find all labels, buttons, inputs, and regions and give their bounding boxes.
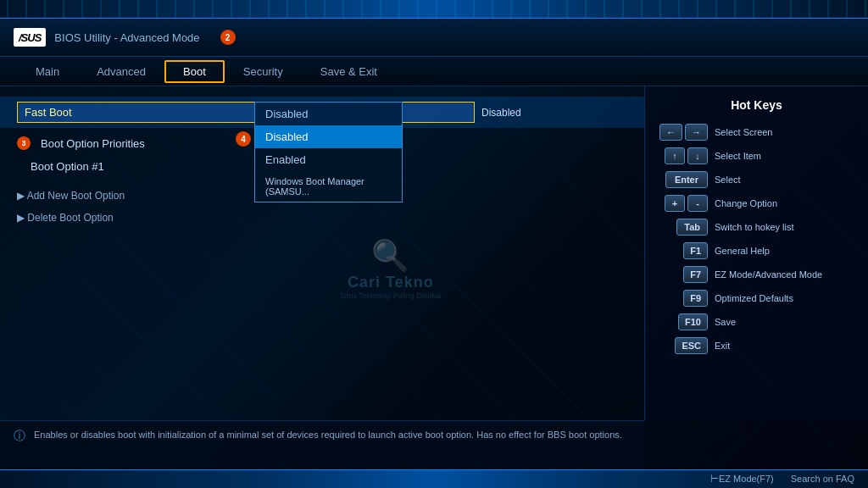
fast-boot-value: Disabled — [475, 107, 627, 119]
dropdown-item-windows[interactable]: Windows Boot Manager (SAMSU... — [255, 171, 402, 202]
hotkey-f10-label: Save — [715, 317, 856, 327]
step-4-badge: 4 — [236, 131, 251, 147]
key-tab: Tab — [676, 219, 708, 236]
hotkey-f1: F1 General Help — [645, 239, 868, 263]
status-bar: ⊢EZ Mode(F7) Search on FAQ — [0, 469, 868, 488]
hotkey-f1-keys: F1 — [657, 242, 708, 259]
key-f1: F1 — [683, 242, 708, 259]
hotkey-f7-label: EZ Mode/Advanced Mode — [715, 269, 856, 280]
key-plus: + — [665, 195, 685, 212]
key-f9: F9 — [683, 290, 708, 307]
hotkey-f10: F10 Save — [645, 310, 868, 334]
hotkey-tab-keys: Tab — [657, 219, 708, 236]
hotkeys-title: Hot Keys — [645, 95, 868, 120]
hotkey-select-screen-label: Select Screen — [715, 127, 856, 137]
asus-logo-text: /SUS — [19, 31, 41, 44]
hotkey-f9: F9 Optimized Defaults — [645, 286, 868, 310]
hotkey-esc-label: Exit — [715, 341, 856, 351]
hotkey-select: Enter Select — [645, 168, 868, 191]
asus-logo: /SUS — [14, 28, 46, 47]
key-down-arrow: ↓ — [687, 147, 708, 164]
hotkey-esc-keys: ESC — [657, 337, 708, 354]
tab-save-exit[interactable]: Save & Exit — [302, 60, 396, 83]
key-esc: ESC — [675, 337, 708, 354]
hotkey-select-item: ↑ ↓ Select Item — [645, 144, 868, 168]
info-bar: ⓘ Enables or disables boot with initiali… — [0, 420, 644, 469]
search-faq-status[interactable]: Search on FAQ — [791, 474, 854, 484]
key-enter: Enter — [665, 171, 708, 188]
tab-advanced[interactable]: Advanced — [78, 60, 164, 83]
key-left-arrow: ← — [659, 124, 682, 141]
hotkey-f10-keys: F10 — [657, 313, 708, 330]
boot-priorities-label: Boot Option Priorities — [41, 137, 145, 150]
delete-boot-option[interactable]: ▶ Delete Boot Option — [0, 207, 644, 229]
key-f10: F10 — [678, 313, 708, 330]
delete-boot-option-label: ▶ Delete Boot Option — [17, 212, 114, 224]
hotkey-select-item-label: Select Item — [715, 151, 856, 161]
tab-main[interactable]: Main — [17, 60, 78, 83]
info-icon: ⓘ — [14, 429, 25, 444]
hotkey-change-option: + - Change Option — [645, 191, 868, 215]
hotkey-tab-label: Switch to hokey list — [715, 222, 856, 232]
key-minus: - — [687, 195, 708, 212]
hotkey-f7: F7 EZ Mode/Advanced Mode — [645, 263, 868, 286]
hotkey-f7-keys: F7 — [657, 266, 708, 283]
ez-mode-status[interactable]: ⊢EZ Mode(F7) — [710, 474, 774, 485]
add-boot-option-label: ▶ Add New Boot Option — [17, 190, 125, 202]
key-f7: F7 — [683, 266, 708, 283]
header: /SUS BIOS Utility - Advanced Mode 2 — [0, 19, 868, 57]
key-up-arrow: ↑ — [665, 147, 685, 164]
hotkeys-panel: Hot Keys ← → Select Screen ↑ ↓ Select It… — [644, 86, 868, 420]
hotkey-select-item-keys: ↑ ↓ — [657, 147, 708, 164]
hotkey-f1-label: General Help — [715, 246, 856, 256]
nav-bar: Main Advanced Boot Security Save & Exit — [0, 57, 868, 86]
hotkey-tab: Tab Switch to hokey list — [645, 215, 868, 239]
info-text: Enables or disables boot with initializa… — [34, 428, 622, 442]
step-3-badge: 3 — [17, 136, 31, 150]
step-2-badge: 2 — [220, 30, 236, 45]
hotkey-f9-label: Optimized Defaults — [715, 293, 856, 303]
tab-boot[interactable]: Boot — [164, 60, 225, 83]
dropdown-item-disabled-selected[interactable]: Disabled — [255, 125, 402, 148]
key-right-arrow: → — [685, 124, 708, 141]
dropdown-item-disabled-top[interactable]: Disabled — [255, 103, 402, 125]
hotkey-select-keys: Enter — [657, 171, 708, 188]
hotkey-esc: ESC Exit — [645, 334, 868, 358]
top-decoration — [0, 0, 868, 19]
hotkey-select-label: Select — [715, 175, 856, 185]
fast-boot-dropdown[interactable]: Disabled Disabled Enabled Windows Boot M… — [254, 102, 403, 202]
hotkey-f9-keys: F9 — [657, 290, 708, 307]
fast-boot-label: Fast Boot — [17, 102, 475, 123]
hotkey-select-screen: ← → Select Screen — [645, 120, 868, 144]
bios-title: BIOS Utility - Advanced Mode — [54, 31, 199, 44]
dropdown-item-enabled[interactable]: Enabled — [255, 148, 402, 171]
tab-security[interactable]: Security — [225, 60, 302, 83]
hotkey-select-screen-keys: ← → — [657, 124, 708, 141]
hotkey-change-option-label: Change Option — [715, 198, 856, 208]
hotkey-change-option-keys: + - — [657, 195, 708, 212]
